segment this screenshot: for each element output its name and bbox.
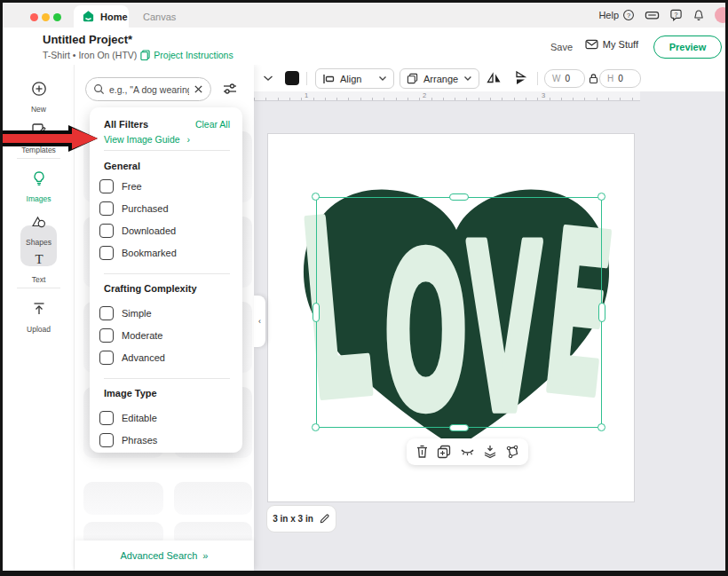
cricut-logo-icon xyxy=(82,10,95,23)
sidebar-item-label: Templates xyxy=(21,146,56,154)
checkbox-label: Simple xyxy=(122,308,152,319)
arrange-icon xyxy=(407,73,418,84)
filters-dropdown: All Filters Clear All View Image Guide ›… xyxy=(90,107,242,453)
sidebar-item-images[interactable]: Images xyxy=(9,170,68,205)
templates-icon xyxy=(31,122,47,138)
filter-option-advanced[interactable]: Advanced xyxy=(99,351,165,365)
filters-sliders-icon[interactable] xyxy=(222,81,240,99)
checkbox[interactable] xyxy=(99,179,114,193)
filter-option-phrases[interactable]: Phrases xyxy=(99,433,157,447)
filters-title: All Filters xyxy=(104,119,148,130)
machine-icon[interactable] xyxy=(645,9,660,21)
height-value: 0 xyxy=(618,74,623,83)
filter-option-free[interactable]: Free xyxy=(99,179,142,193)
tab-home[interactable]: Home xyxy=(74,5,129,28)
traffic-light-close[interactable] xyxy=(30,13,38,21)
checkbox[interactable] xyxy=(99,411,114,425)
clear-all-button[interactable]: Clear All xyxy=(195,119,230,130)
sidebar-item-label: New xyxy=(31,105,46,114)
notifications-bell-icon[interactable] xyxy=(692,9,705,22)
checkbox-label: Editable xyxy=(122,413,157,423)
height-field[interactable]: H 0 xyxy=(599,69,641,88)
selection-handle-bottom-center[interactable] xyxy=(449,424,469,431)
save-button[interactable]: Save xyxy=(550,42,573,52)
checkbox[interactable] xyxy=(99,246,114,260)
help-menu[interactable]: Help ? xyxy=(598,9,635,21)
selection-handle-middle-left[interactable] xyxy=(313,303,320,322)
canvas-workspace[interactable]: 1 2 3 L O V E xyxy=(254,91,725,571)
delete-icon[interactable] xyxy=(415,445,429,459)
checkbox[interactable] xyxy=(99,201,114,216)
flip-horizontal-icon[interactable] xyxy=(487,65,502,91)
preview-label: Preview xyxy=(669,42,707,52)
view-image-guide-link[interactable]: View Image Guide › xyxy=(104,134,190,145)
align-dropdown[interactable]: Align xyxy=(315,68,394,89)
sidebar-item-templates[interactable]: Templates xyxy=(9,122,68,156)
flatten-icon[interactable] xyxy=(483,445,497,459)
hide-icon[interactable] xyxy=(460,446,475,458)
clear-search-icon[interactable] xyxy=(194,84,203,94)
sidebar-item-label: Images xyxy=(27,194,51,203)
edit-pencil-icon[interactable] xyxy=(319,513,330,525)
checkbox[interactable] xyxy=(99,306,114,320)
chevron-down-icon[interactable] xyxy=(263,65,273,91)
filter-section-image-type: Image Type xyxy=(104,388,157,398)
toolbar-divider xyxy=(306,72,307,85)
sidebar-item-shapes[interactable]: Shapes xyxy=(9,214,68,249)
my-stuff-button[interactable]: My Stuff xyxy=(585,39,638,50)
arrange-label: Arrange xyxy=(423,74,458,84)
tab-canvas[interactable]: Canvas xyxy=(136,5,183,28)
upload-icon xyxy=(31,301,47,317)
sidebar-item-upload[interactable]: Upload xyxy=(9,301,68,335)
selection-action-bar xyxy=(407,438,528,465)
selection-bounding-box[interactable] xyxy=(316,197,602,428)
checkbox-label: Advanced xyxy=(122,352,165,363)
selection-handle-top-center[interactable] xyxy=(449,193,469,201)
checkbox[interactable] xyxy=(99,224,114,238)
filter-option-bookmarked[interactable]: Bookmarked xyxy=(99,246,177,260)
selection-handle-bottom-right[interactable] xyxy=(597,423,605,431)
selection-handle-top-right[interactable] xyxy=(597,193,605,201)
selection-handle-top-left[interactable] xyxy=(312,193,320,201)
user-avatar[interactable] xyxy=(715,7,728,23)
align-icon xyxy=(322,74,335,84)
advanced-search-link[interactable]: Advanced Search » xyxy=(75,540,254,571)
artboard-size-badge[interactable]: 3 in x 3 in xyxy=(266,505,336,533)
toolbar-divider xyxy=(537,72,538,85)
ruler-number: 1 xyxy=(305,91,308,99)
checkbox[interactable] xyxy=(99,328,114,343)
checkbox-label: Bookmarked xyxy=(122,248,177,258)
traffic-light-minimize[interactable] xyxy=(42,13,50,21)
arrange-dropdown[interactable]: Arrange xyxy=(400,68,479,89)
traffic-light-zoom[interactable] xyxy=(53,13,61,21)
sidebar-item-new[interactable]: New xyxy=(9,81,68,115)
color-swatch[interactable] xyxy=(285,71,299,85)
flip-vertical-icon[interactable] xyxy=(513,65,528,91)
ruler-number: 3 xyxy=(542,91,545,99)
filter-option-downloaded[interactable]: Downloaded xyxy=(99,224,176,238)
project-instructions-link[interactable]: Project Instructions xyxy=(154,50,233,60)
tab-home-label: Home xyxy=(100,12,128,22)
lock-icon[interactable] xyxy=(589,65,598,91)
selection-handle-bottom-left[interactable] xyxy=(312,423,320,431)
checkbox-label: Purchased xyxy=(122,203,169,214)
sidebar-item-text[interactable]: T Text xyxy=(9,251,68,286)
filter-option-moderate[interactable]: Moderate xyxy=(99,328,162,343)
duplicate-icon[interactable] xyxy=(437,445,451,459)
my-stuff-label: My Stuff xyxy=(603,39,638,50)
filter-option-purchased[interactable]: Purchased xyxy=(99,201,169,216)
weld-icon[interactable] xyxy=(505,445,519,459)
tab-canvas-label: Canvas xyxy=(143,12,176,22)
selection-handle-middle-right[interactable] xyxy=(598,303,605,322)
width-field[interactable]: W 0 xyxy=(544,69,585,88)
filter-option-editable[interactable]: Editable xyxy=(99,411,157,425)
image-search-input[interactable]: e.g., "A dog wearing s xyxy=(85,77,211,101)
checkbox[interactable] xyxy=(99,433,114,447)
feedback-chat-icon[interactable]: ? xyxy=(669,9,683,22)
panel-collapse-handle[interactable]: ‹ xyxy=(254,296,265,347)
chevron-left-icon: ‹ xyxy=(258,317,261,326)
preview-button[interactable]: Preview xyxy=(653,36,722,59)
divider xyxy=(104,273,230,274)
filter-option-simple[interactable]: Simple xyxy=(99,306,152,320)
checkbox[interactable] xyxy=(99,351,114,365)
